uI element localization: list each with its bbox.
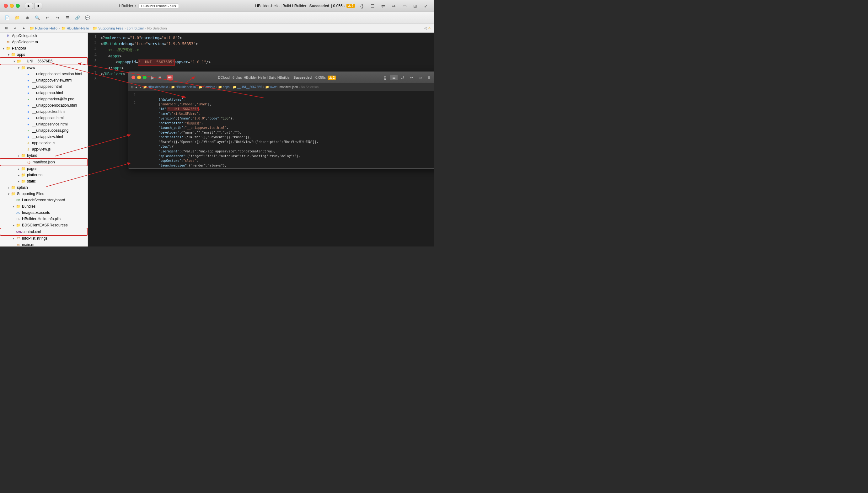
tree-item-file6[interactable]: ● __uniappopenlocation.html bbox=[0, 102, 87, 108]
tree-item-control-xml[interactable]: XML control.xml bbox=[1, 229, 87, 235]
tree-item-splash[interactable]: 📁 splash bbox=[0, 185, 87, 191]
tree-item-AppDelegate-m[interactable]: M AppDelegate.m bbox=[0, 39, 87, 45]
tree-item-platforms[interactable]: 📁 platforms bbox=[0, 172, 87, 178]
stop-button[interactable]: ■ bbox=[34, 3, 42, 9]
tree-item-file11[interactable]: ● __uniappview.html bbox=[0, 134, 87, 140]
breadcrumb-item-1[interactable]: HBuilder-Hello bbox=[35, 26, 58, 30]
folder-label: platforms bbox=[27, 173, 42, 177]
new-icon[interactable]: ⊕ bbox=[23, 15, 32, 21]
inner-play-btn[interactable]: ▶ bbox=[150, 75, 155, 80]
breadcrumb-hbuilder-hello[interactable]: 📁 HBuilder-Hello bbox=[29, 26, 58, 30]
inner-swap-icon[interactable]: ⇔ bbox=[408, 74, 415, 80]
tree-item-Pandora[interactable]: 📁 Pandora bbox=[0, 45, 87, 51]
expand-icon[interactable]: ⤢ bbox=[421, 2, 430, 9]
panel-icon[interactable]: ▭ bbox=[400, 2, 409, 9]
inner-braces-icon[interactable]: {} bbox=[381, 74, 389, 80]
tree-item-UNI[interactable]: 📁 __UNI__56676B5 bbox=[1, 58, 87, 64]
nav-back[interactable]: ◂ bbox=[11, 25, 19, 32]
folder-label: splash bbox=[17, 185, 28, 190]
breadcrumb-item-2[interactable]: HBuilder-Hello bbox=[67, 26, 89, 30]
warning-icon[interactable]: ⚠ bbox=[428, 26, 431, 30]
inner-minimize[interactable] bbox=[137, 76, 141, 79]
inner-bc-6[interactable]: 📁 www bbox=[265, 85, 276, 89]
grid-icon[interactable]: ⊞ bbox=[3, 25, 9, 32]
tree-item-www[interactable]: 📁 www bbox=[0, 65, 87, 71]
link-icon[interactable]: 🔗 bbox=[74, 15, 82, 21]
alert-icon[interactable]: ◁ bbox=[424, 26, 427, 30]
inner-bc-7[interactable]: manifest.json bbox=[279, 85, 298, 89]
tree-item-bds[interactable]: 📁 BDSClientEASRResources bbox=[0, 222, 87, 228]
redo-icon[interactable]: ↪ bbox=[53, 15, 62, 21]
inner-split-icon[interactable]: ⊞ bbox=[425, 74, 433, 80]
tree-item-file8[interactable]: ● __uniappscan.html bbox=[0, 115, 87, 121]
close-button[interactable] bbox=[4, 4, 8, 8]
nav-forward[interactable]: ▸ bbox=[20, 25, 28, 32]
tree-item-file1[interactable]: ● __uniappchooseLocation.html bbox=[0, 71, 87, 77]
inner-active-tab-icon[interactable]: ☰ bbox=[390, 74, 398, 80]
tree-item-bundles[interactable]: 📁 Bundles bbox=[0, 203, 87, 210]
folder-icon[interactable]: 📁 bbox=[13, 15, 21, 21]
list2-icon[interactable]: ☰ bbox=[63, 15, 71, 21]
inner-sync-icon[interactable]: ⇄ bbox=[399, 74, 406, 80]
folder-www-icon: 📁 bbox=[21, 65, 26, 70]
tree-item-file12[interactable]: J app-service.js bbox=[0, 140, 87, 146]
inner-bc-4[interactable]: 📁 apps bbox=[218, 85, 229, 89]
swap-icon[interactable]: ⇔ bbox=[389, 2, 398, 9]
tree-item-launchscreen[interactable]: SB LaunchScreen.storyboard bbox=[0, 197, 87, 203]
inner-close[interactable] bbox=[131, 76, 135, 79]
undo-icon[interactable]: ↩ bbox=[43, 15, 51, 21]
tree-item-supporting-files[interactable]: 📁 Supporting Files bbox=[0, 191, 87, 197]
breadcrumb-supporting[interactable]: 📁 Supporting Files bbox=[92, 26, 123, 30]
play-button[interactable]: ▶ bbox=[25, 3, 33, 9]
tree-item-static[interactable]: 📁 static bbox=[0, 178, 87, 185]
braces-icon[interactable]: {} bbox=[357, 2, 366, 9]
tree-item-infoplist-strings[interactable]: ST InfoPlist.strings bbox=[0, 235, 87, 241]
sep2: › bbox=[90, 26, 91, 30]
inner-code-editor[interactable]: {"@platforms": ["android","iPhone","iPad… bbox=[137, 91, 434, 168]
folder-apps-icon: 📁 bbox=[11, 52, 16, 57]
inner-nav-fwd[interactable]: ▸ bbox=[140, 85, 141, 89]
tree-item-hybrid[interactable]: 📁 hybrid bbox=[0, 152, 87, 159]
minimize-button[interactable] bbox=[10, 4, 14, 8]
inner-bc-2[interactable]: 📁 HBuilder-Hello bbox=[171, 85, 196, 89]
tree-item-info-plist[interactable]: PL HBuilder-Hello-Info.plist bbox=[0, 216, 87, 222]
tree-item-manifest[interactable]: { } manifest.json bbox=[1, 159, 87, 165]
html-file-icon-2: ● bbox=[26, 78, 31, 83]
breadcrumb-hbuilder-hello2[interactable]: 📁 HBuilder-Hello bbox=[61, 26, 89, 30]
tree-item-file9[interactable]: ● __uniappservice.html bbox=[0, 121, 87, 127]
inner-panel-icon[interactable]: ▭ bbox=[416, 74, 424, 80]
inner-stop-btn[interactable]: ■ bbox=[157, 75, 162, 80]
tree-item-images[interactable]: XC Images.xcassets bbox=[0, 210, 87, 216]
search-icon[interactable]: 🔍 bbox=[33, 15, 41, 21]
maximize-button[interactable] bbox=[16, 4, 20, 8]
inner-grid-icon[interactable]: ⊞ bbox=[131, 85, 133, 89]
inner-maximize[interactable] bbox=[143, 76, 147, 79]
tree-item-file3[interactable]: ● __uniappes6.html bbox=[0, 83, 87, 90]
inner-bc-5[interactable]: 📁 __UNI__56676B5 bbox=[232, 85, 262, 89]
arrow bbox=[11, 223, 16, 227]
tree-item-file13[interactable]: J app-view.js bbox=[0, 146, 87, 152]
file-label: __uniappmap.html bbox=[32, 91, 63, 95]
inner-bc-1[interactable]: 📁 HBuilder-Hello bbox=[143, 85, 168, 89]
file-icon[interactable]: 📄 bbox=[3, 15, 11, 21]
tree-item-file4[interactable]: ● __uniappmap.html bbox=[0, 90, 87, 96]
list-icon[interactable]: ☰ bbox=[368, 2, 377, 9]
comment-icon[interactable]: 💬 bbox=[83, 15, 91, 21]
tree-item-AppDelegate-h[interactable]: H AppDelegate.h bbox=[0, 33, 87, 39]
sync-icon[interactable]: ⇄ bbox=[379, 2, 388, 9]
tree-item-main-m[interactable]: m main.m bbox=[0, 241, 87, 246]
tree-item-pages[interactable]: 📁 pages bbox=[0, 166, 87, 172]
tree-item-file10[interactable]: ▪ __uniappsuccess.png bbox=[0, 127, 87, 134]
inner-bc-3[interactable]: 📁 Pandora bbox=[199, 85, 215, 89]
tree-item-file2[interactable]: ● __uniappcoverview.html bbox=[0, 77, 87, 83]
inner-warning-badge[interactable]: ⚠ 2 bbox=[328, 76, 336, 80]
tree-item-file5[interactable]: ▪ __uniappmarker@3x.png bbox=[0, 96, 87, 102]
inner-nav-back[interactable]: ◂ bbox=[135, 85, 137, 89]
tree-item-apps[interactable]: 📁 apps bbox=[0, 51, 87, 58]
warning-badge[interactable]: ⚠ 2 bbox=[347, 4, 355, 8]
folder-icon: 📁 bbox=[29, 26, 34, 30]
tree-item-file7[interactable]: ● __uniapppicker.html bbox=[0, 108, 87, 115]
split-icon[interactable]: ⊞ bbox=[411, 2, 419, 9]
breadcrumb-item-4[interactable]: control.xml bbox=[127, 26, 143, 30]
breadcrumb-item-3[interactable]: Supporting Files bbox=[98, 26, 123, 30]
